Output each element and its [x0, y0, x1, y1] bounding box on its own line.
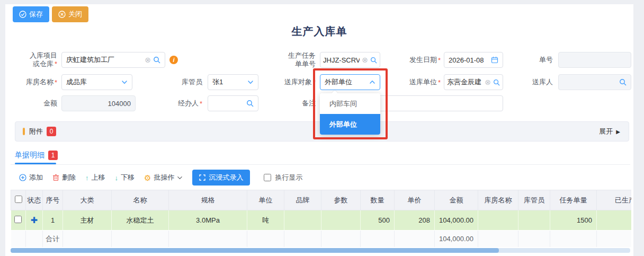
- handler-field[interactable]: [208, 95, 258, 111]
- required-asterisk: *: [55, 60, 57, 68]
- x-circle-icon: [58, 11, 66, 18]
- row-name-cell[interactable]: 水稳定土: [112, 210, 169, 231]
- delivery-person-input[interactable]: [563, 78, 617, 86]
- row-category-cell[interactable]: 主材: [63, 210, 112, 231]
- expand-label: 展开: [599, 127, 613, 136]
- select-all-header[interactable]: [11, 190, 26, 210]
- col-spec: 规格: [169, 190, 247, 210]
- row-checkbox[interactable]: [14, 216, 22, 223]
- occur-date-field[interactable]: [444, 52, 503, 68]
- delivery-person-label: 送库人: [509, 74, 553, 90]
- row-spec-cell[interactable]: 3.0MPa: [169, 210, 247, 231]
- expand-row-icon[interactable]: ✚: [31, 216, 38, 225]
- wrap-display-toggle[interactable]: 换行显示: [264, 173, 302, 182]
- search-icon[interactable]: [619, 78, 627, 86]
- col-unit: 单位: [247, 190, 284, 210]
- row-keeper-cell[interactable]: [518, 210, 550, 231]
- clear-icon[interactable]: ⊗: [145, 56, 151, 64]
- task-no-field[interactable]: ⊗: [320, 52, 380, 68]
- expand-button[interactable]: 展开 ▶: [599, 127, 620, 136]
- table-row[interactable]: ✚ 1 主材 水稳定土 3.0MPa 吨 500 208 104,000.00 …: [11, 210, 632, 231]
- row-warehouse-cell[interactable]: [478, 210, 518, 231]
- doc-no-input: [563, 56, 627, 64]
- detail-grid: 状态 序号 大类 名称 规格 单位 品牌 参数 数量 单价 金额 库房名称 库管…: [11, 190, 631, 247]
- search-icon[interactable]: [493, 79, 500, 86]
- col-task-qty: 任务单量: [550, 190, 597, 210]
- select-all-checkbox[interactable]: [15, 196, 22, 203]
- occur-date-label: 发生日期*: [394, 52, 441, 68]
- caret-right-icon: ▶: [616, 129, 620, 135]
- keeper-label: 库管员: [159, 74, 202, 90]
- move-down-button[interactable]: ↓ 下移: [115, 173, 135, 182]
- chevron-down-icon: [121, 79, 128, 85]
- col-brand: 品牌: [284, 190, 321, 210]
- save-button[interactable]: 保存: [13, 6, 49, 22]
- delivery-unit-field[interactable]: ⊗: [444, 74, 503, 90]
- warehouse-name-select[interactable]: [61, 74, 132, 90]
- row-price-cell[interactable]: 208: [395, 210, 435, 231]
- row-select-cell[interactable]: [11, 210, 26, 231]
- col-category: 大类: [63, 190, 112, 210]
- row-param-cell[interactable]: [321, 210, 361, 231]
- close-button[interactable]: 关闭: [52, 6, 88, 22]
- wrap-display-label: 换行显示: [275, 173, 302, 182]
- dropdown-option-internal[interactable]: 内部车间: [320, 93, 380, 114]
- delivery-person-field[interactable]: [558, 74, 631, 90]
- grid-header-row: 状态 序号 大类 名称 规格 单位 品牌 参数 数量 单价 金额 库房名称 库管…: [11, 190, 632, 210]
- add-row-button[interactable]: 添加: [19, 173, 43, 182]
- row-produced-cell: [597, 210, 632, 231]
- warehouse-name-value[interactable]: [66, 78, 119, 86]
- clear-icon[interactable]: ⊗: [362, 56, 368, 64]
- occur-date-input[interactable]: [449, 56, 489, 64]
- col-keeper: 库管员: [518, 190, 550, 210]
- col-status: 状态: [26, 190, 43, 210]
- delivery-target-value[interactable]: [325, 78, 367, 86]
- fullscreen-icon: [199, 174, 205, 181]
- chevron-down-icon: [247, 79, 254, 85]
- horizontal-scrollbar-thumb[interactable]: [11, 248, 499, 253]
- tab-detail-label: 单据明细: [15, 151, 44, 160]
- col-price: 单价: [395, 190, 435, 210]
- tab-detail[interactable]: 单据明细 1: [15, 151, 58, 160]
- col-warehouse: 库房名称: [478, 190, 518, 210]
- info-icon[interactable]: i: [169, 56, 178, 64]
- delivery-target-label: 送库对象*: [269, 74, 316, 90]
- delivery-unit-input[interactable]: [447, 78, 482, 86]
- wrap-display-checkbox[interactable]: [264, 174, 271, 181]
- task-no-input[interactable]: [323, 56, 360, 64]
- row-unit-cell[interactable]: 吨: [247, 210, 284, 231]
- calendar-icon[interactable]: [491, 56, 498, 64]
- tab-detail-count-badge: 1: [48, 151, 58, 160]
- attachment-label: 附件: [29, 127, 43, 136]
- delivery-target-select[interactable]: [320, 74, 380, 90]
- warehouse-project-field[interactable]: ⊗: [61, 52, 165, 68]
- keeper-value[interactable]: [212, 78, 245, 86]
- row-task-qty-cell: 1500: [550, 210, 597, 231]
- batch-actions-button[interactable]: ⚙ 批操作: [144, 173, 183, 182]
- handler-input[interactable]: [212, 100, 244, 108]
- row-brand-cell[interactable]: [284, 210, 321, 231]
- col-qty: 数量: [361, 190, 395, 210]
- keeper-select[interactable]: [208, 74, 258, 90]
- production-inbound-page: 保存 关闭 生产入库单 入库项目 或仓库* ⊗ i 生产任务 单单号 ⊗ 发生日…: [0, 0, 644, 256]
- plus-circle-icon: [19, 174, 26, 181]
- row-qty-cell[interactable]: 500: [361, 210, 395, 231]
- clear-icon[interactable]: ⊗: [485, 78, 491, 86]
- delete-row-button[interactable]: 删除: [52, 173, 76, 182]
- total-label-cell: 合计: [43, 231, 63, 248]
- row-status-cell[interactable]: ✚: [26, 210, 43, 231]
- dropdown-option-external[interactable]: 外部单位: [320, 114, 380, 135]
- search-icon[interactable]: [370, 57, 377, 64]
- warehouse-project-input[interactable]: [66, 56, 142, 64]
- move-up-button[interactable]: ↑ 上移: [85, 173, 105, 182]
- orange-marker-bar: [23, 128, 25, 135]
- search-icon[interactable]: [246, 100, 254, 107]
- row-seq-cell: 1: [43, 210, 63, 231]
- page-title: 生产入库单: [5, 24, 633, 39]
- amount-input: [66, 100, 131, 108]
- immersive-entry-button[interactable]: 沉浸式录入: [192, 170, 250, 186]
- col-amount: 金额: [435, 190, 478, 210]
- search-icon[interactable]: [153, 56, 160, 64]
- doc-no-field: [558, 52, 631, 68]
- doc-no-label: 单号: [509, 52, 553, 68]
